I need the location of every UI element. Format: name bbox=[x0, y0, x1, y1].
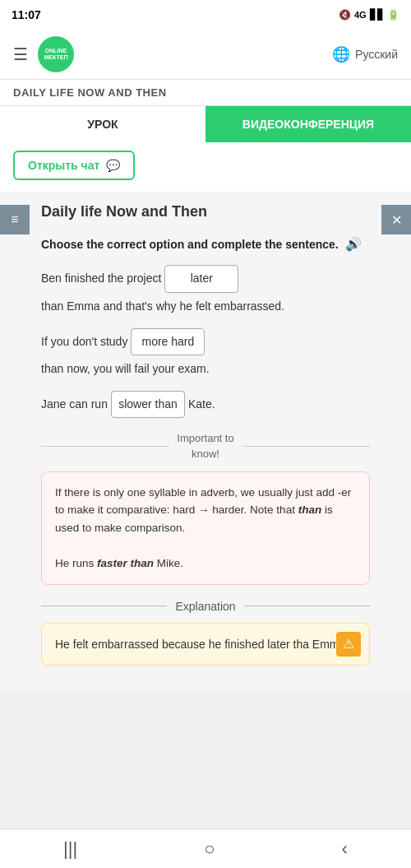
page-title-strip: DAILY LIFE NOW AND THEN bbox=[0, 80, 411, 106]
lesson-title: Daily life Now and Then bbox=[41, 203, 370, 220]
tab-videoconference[interactable]: ВИДЕОКОНФЕРЕНЦИЯ bbox=[206, 106, 411, 142]
nav-recent-apps[interactable]: ||| bbox=[63, 838, 77, 860]
close-panel-button[interactable]: ✕ bbox=[381, 205, 411, 234]
hamburger-icon[interactable]: ☰ bbox=[13, 44, 28, 64]
explanation-divider: Explanation bbox=[41, 600, 370, 613]
divider-line-left bbox=[41, 446, 169, 447]
instruction: Choose the correct option and complete t… bbox=[41, 235, 370, 253]
nav-left: ☰ ONLINE МЕКТЕП bbox=[13, 36, 74, 72]
left-panel-button[interactable]: ≡ bbox=[0, 205, 30, 234]
language-button[interactable]: 🌐 Русский bbox=[332, 45, 398, 63]
top-nav: ☰ ONLINE МЕКТЕП 🌐 Русский bbox=[0, 30, 411, 80]
nav-back[interactable]: ‹ bbox=[342, 838, 348, 860]
answer-box-2[interactable]: more hard bbox=[131, 328, 205, 355]
explanation-line-right bbox=[244, 606, 370, 606]
info-box: If there is only one syllable in adverb,… bbox=[41, 471, 370, 585]
sentence-2-before: If you don't study bbox=[41, 332, 127, 352]
chat-icon: 💬 bbox=[106, 159, 120, 172]
answer-box-1[interactable]: later bbox=[164, 265, 238, 292]
sentence-2-after: than now, you will fail your exam. bbox=[41, 359, 210, 379]
explanation-label: Explanation bbox=[175, 600, 235, 613]
sentence-1: Ben finished the project later than Emma… bbox=[41, 265, 370, 316]
status-time: 11:07 bbox=[12, 8, 41, 21]
info-example: He runs faster than Mike. bbox=[55, 557, 183, 569]
divider-line-right bbox=[242, 446, 370, 447]
explanation-line-left bbox=[41, 606, 167, 606]
chat-row: Открыть чат 💬 bbox=[0, 142, 411, 192]
important-divider: Important toknow! bbox=[41, 431, 370, 461]
sentence-1-before: Ben finished the project bbox=[41, 268, 161, 289]
explanation-box: He felt embarrassed because he finished … bbox=[41, 623, 370, 666]
nav-home[interactable]: ○ bbox=[204, 838, 215, 860]
answer-box-3[interactable]: slower than bbox=[111, 391, 185, 418]
explanation-text: He felt embarrassed because he finished … bbox=[55, 638, 345, 651]
close-icon: ✕ bbox=[391, 212, 402, 228]
hamburger-small-icon: ≡ bbox=[11, 212, 18, 227]
status-icons: 🔇 4G ▋▋ 🔋 bbox=[339, 9, 399, 21]
inner-content: Daily life Now and Then Choose the corre… bbox=[0, 192, 411, 690]
info-text-1: If there is only one syllable in adverb,… bbox=[55, 486, 351, 534]
tab-urok[interactable]: УРОК bbox=[0, 106, 206, 142]
speaker-icon[interactable]: 🔊 bbox=[345, 237, 362, 251]
sentence-3-before: Jane can run bbox=[41, 394, 108, 415]
logo: ONLINE МЕКТЕП bbox=[38, 36, 74, 72]
important-label: Important toknow! bbox=[169, 431, 242, 461]
globe-icon: 🌐 bbox=[332, 45, 350, 63]
tabs: УРОК ВИДЕОКОНФЕРЕНЦИЯ bbox=[0, 106, 411, 142]
warning-icon[interactable]: ⚠ bbox=[336, 632, 361, 657]
sentence-2: If you don't study more hard than now, y… bbox=[41, 328, 370, 379]
sentence-3: Jane can run slower than Kate. bbox=[41, 391, 370, 418]
content-area: ≡ ✕ Daily life Now and Then Choose the c… bbox=[0, 192, 411, 690]
bottom-nav: ||| ○ ‹ bbox=[0, 829, 411, 868]
sentence-3-after: Kate. bbox=[188, 394, 215, 415]
sentence-1-after: than Emma and that's why he felt embarra… bbox=[41, 296, 284, 317]
open-chat-button[interactable]: Открыть чат 💬 bbox=[13, 151, 135, 180]
status-bar: 11:07 🔇 4G ▋▋ 🔋 bbox=[0, 0, 411, 30]
